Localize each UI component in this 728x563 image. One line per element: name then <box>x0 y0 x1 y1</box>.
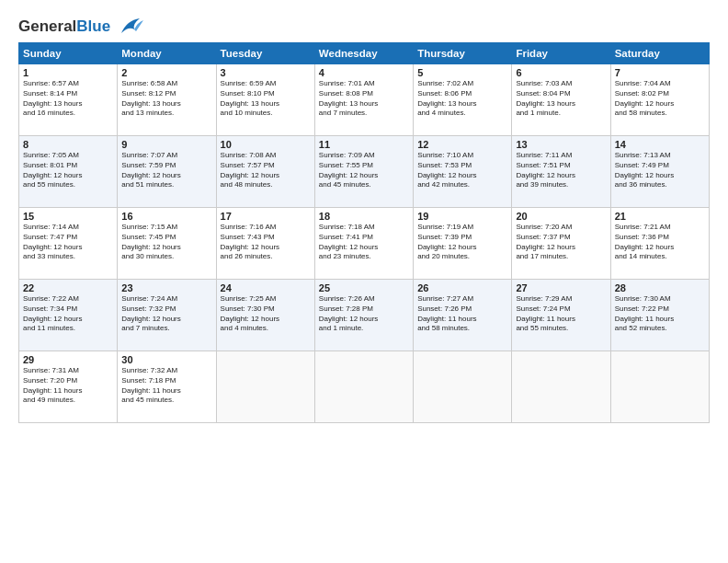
day-info: Sunrise: 7:29 AM Sunset: 7:24 PM Dayligh… <box>516 294 606 334</box>
calendar-cell: 1Sunrise: 6:57 AM Sunset: 8:14 PM Daylig… <box>19 64 118 136</box>
day-info: Sunrise: 7:10 AM Sunset: 7:53 PM Dayligh… <box>417 151 507 190</box>
calendar-cell <box>512 351 610 423</box>
day-number: 6 <box>516 67 606 78</box>
day-info: Sunrise: 7:07 AM Sunset: 7:59 PM Dayligh… <box>121 151 211 190</box>
calendar-cell <box>414 351 512 423</box>
calendar-cell <box>216 351 314 423</box>
day-number: 3 <box>221 67 311 78</box>
day-number: 14 <box>615 139 705 150</box>
calendar-cell: 5Sunrise: 7:02 AM Sunset: 8:06 PM Daylig… <box>414 64 512 136</box>
logo-bird-icon <box>114 17 143 37</box>
day-number: 12 <box>417 139 507 150</box>
day-info: Sunrise: 7:08 AM Sunset: 7:57 PM Dayligh… <box>221 151 311 190</box>
day-info: Sunrise: 7:30 AM Sunset: 7:22 PM Dayligh… <box>615 294 705 334</box>
logo: GeneralBlue <box>18 17 143 37</box>
calendar-cell: 29Sunrise: 7:31 AM Sunset: 7:20 PM Dayli… <box>19 351 118 423</box>
calendar-cell: 28Sunrise: 7:30 AM Sunset: 7:22 PM Dayli… <box>610 280 709 351</box>
calendar-cell: 17Sunrise: 7:16 AM Sunset: 7:43 PM Dayli… <box>216 208 314 280</box>
calendar-cell: 16Sunrise: 7:15 AM Sunset: 7:45 PM Dayli… <box>118 208 216 280</box>
day-info: Sunrise: 7:15 AM Sunset: 7:45 PM Dayligh… <box>121 223 211 262</box>
calendar-cell: 25Sunrise: 7:26 AM Sunset: 7:28 PM Dayli… <box>314 280 413 351</box>
calendar-cell: 18Sunrise: 7:18 AM Sunset: 7:41 PM Dayli… <box>314 208 413 280</box>
day-info: Sunrise: 7:16 AM Sunset: 7:43 PM Dayligh… <box>221 223 311 262</box>
calendar-cell: 24Sunrise: 7:25 AM Sunset: 7:30 PM Dayli… <box>216 280 314 351</box>
day-number: 19 <box>417 211 507 222</box>
weekday-header-monday: Monday <box>118 43 216 64</box>
calendar-cell: 8Sunrise: 7:05 AM Sunset: 8:01 PM Daylig… <box>19 136 118 208</box>
calendar-cell: 13Sunrise: 7:11 AM Sunset: 7:51 PM Dayli… <box>512 136 610 208</box>
calendar-cell: 7Sunrise: 7:04 AM Sunset: 8:02 PM Daylig… <box>610 64 709 136</box>
day-info: Sunrise: 7:01 AM Sunset: 8:08 PM Dayligh… <box>319 79 409 119</box>
calendar-table: SundayMondayTuesdayWednesdayThursdayFrid… <box>18 42 710 423</box>
day-number: 18 <box>319 211 409 222</box>
day-number: 16 <box>121 211 211 222</box>
day-info: Sunrise: 7:20 AM Sunset: 7:37 PM Dayligh… <box>516 223 606 262</box>
day-number: 8 <box>23 139 113 150</box>
day-info: Sunrise: 7:09 AM Sunset: 7:55 PM Dayligh… <box>319 151 409 190</box>
calendar-page: GeneralBlue SundayMondayTuesdayWednesday… <box>0 0 728 563</box>
day-number: 7 <box>615 67 705 78</box>
day-info: Sunrise: 7:22 AM Sunset: 7:34 PM Dayligh… <box>23 294 113 334</box>
day-info: Sunrise: 7:05 AM Sunset: 8:01 PM Dayligh… <box>23 151 113 190</box>
day-info: Sunrise: 7:24 AM Sunset: 7:32 PM Dayligh… <box>121 294 211 334</box>
calendar-cell: 19Sunrise: 7:19 AM Sunset: 7:39 PM Dayli… <box>414 208 512 280</box>
day-number: 2 <box>121 67 211 78</box>
day-info: Sunrise: 7:19 AM Sunset: 7:39 PM Dayligh… <box>417 223 507 262</box>
day-number: 22 <box>23 282 113 293</box>
calendar-cell: 27Sunrise: 7:29 AM Sunset: 7:24 PM Dayli… <box>512 280 610 351</box>
calendar-cell: 12Sunrise: 7:10 AM Sunset: 7:53 PM Dayli… <box>414 136 512 208</box>
day-number: 20 <box>516 211 606 222</box>
calendar-cell: 4Sunrise: 7:01 AM Sunset: 8:08 PM Daylig… <box>314 64 413 136</box>
calendar-cell: 23Sunrise: 7:24 AM Sunset: 7:32 PM Dayli… <box>118 280 216 351</box>
calendar-cell: 6Sunrise: 7:03 AM Sunset: 8:04 PM Daylig… <box>512 64 610 136</box>
day-info: Sunrise: 7:27 AM Sunset: 7:26 PM Dayligh… <box>417 294 507 334</box>
day-info: Sunrise: 6:57 AM Sunset: 8:14 PM Dayligh… <box>23 79 113 119</box>
day-info: Sunrise: 6:59 AM Sunset: 8:10 PM Dayligh… <box>221 79 311 119</box>
calendar-cell <box>314 351 413 423</box>
calendar-cell: 9Sunrise: 7:07 AM Sunset: 7:59 PM Daylig… <box>118 136 216 208</box>
calendar-week-5: 29Sunrise: 7:31 AM Sunset: 7:20 PM Dayli… <box>19 351 710 423</box>
calendar-cell <box>610 351 709 423</box>
day-number: 29 <box>23 354 113 365</box>
calendar-cell: 20Sunrise: 7:20 AM Sunset: 7:37 PM Dayli… <box>512 208 610 280</box>
day-info: Sunrise: 7:31 AM Sunset: 7:20 PM Dayligh… <box>23 366 113 406</box>
day-info: Sunrise: 7:21 AM Sunset: 7:36 PM Dayligh… <box>615 223 705 262</box>
calendar-week-1: 1Sunrise: 6:57 AM Sunset: 8:14 PM Daylig… <box>19 64 710 136</box>
day-info: Sunrise: 7:32 AM Sunset: 7:18 PM Dayligh… <box>121 366 211 406</box>
calendar-cell: 21Sunrise: 7:21 AM Sunset: 7:36 PM Dayli… <box>610 208 709 280</box>
day-info: Sunrise: 7:14 AM Sunset: 7:47 PM Dayligh… <box>23 223 113 262</box>
calendar-cell: 15Sunrise: 7:14 AM Sunset: 7:47 PM Dayli… <box>19 208 118 280</box>
day-number: 1 <box>23 67 113 78</box>
weekday-header-friday: Friday <box>512 43 610 64</box>
weekday-header-thursday: Thursday <box>414 43 512 64</box>
day-info: Sunrise: 6:58 AM Sunset: 8:12 PM Dayligh… <box>121 79 211 119</box>
calendar-cell: 22Sunrise: 7:22 AM Sunset: 7:34 PM Dayli… <box>19 280 118 351</box>
day-number: 28 <box>615 282 705 293</box>
day-number: 11 <box>319 139 409 150</box>
calendar-week-3: 15Sunrise: 7:14 AM Sunset: 7:47 PM Dayli… <box>19 208 710 280</box>
day-number: 30 <box>121 354 211 365</box>
day-number: 17 <box>221 211 311 222</box>
day-info: Sunrise: 7:13 AM Sunset: 7:49 PM Dayligh… <box>615 151 705 190</box>
calendar-cell: 14Sunrise: 7:13 AM Sunset: 7:49 PM Dayli… <box>610 136 709 208</box>
day-info: Sunrise: 7:18 AM Sunset: 7:41 PM Dayligh… <box>319 223 409 262</box>
day-info: Sunrise: 7:03 AM Sunset: 8:04 PM Dayligh… <box>516 79 606 119</box>
day-info: Sunrise: 7:11 AM Sunset: 7:51 PM Dayligh… <box>516 151 606 190</box>
day-number: 5 <box>417 67 507 78</box>
day-number: 27 <box>516 282 606 293</box>
calendar-cell: 30Sunrise: 7:32 AM Sunset: 7:18 PM Dayli… <box>118 351 216 423</box>
weekday-header-wednesday: Wednesday <box>314 43 413 64</box>
calendar-cell: 26Sunrise: 7:27 AM Sunset: 7:26 PM Dayli… <box>414 280 512 351</box>
weekday-header-row: SundayMondayTuesdayWednesdayThursdayFrid… <box>19 43 710 64</box>
day-info: Sunrise: 7:02 AM Sunset: 8:06 PM Dayligh… <box>417 79 507 119</box>
calendar-week-2: 8Sunrise: 7:05 AM Sunset: 8:01 PM Daylig… <box>19 136 710 208</box>
day-info: Sunrise: 7:26 AM Sunset: 7:28 PM Dayligh… <box>319 294 409 334</box>
day-number: 9 <box>121 139 211 150</box>
day-number: 26 <box>417 282 507 293</box>
day-number: 25 <box>319 282 409 293</box>
day-number: 10 <box>221 139 311 150</box>
day-number: 24 <box>221 282 311 293</box>
calendar-cell: 2Sunrise: 6:58 AM Sunset: 8:12 PM Daylig… <box>118 64 216 136</box>
calendar-cell: 11Sunrise: 7:09 AM Sunset: 7:55 PM Dayli… <box>314 136 413 208</box>
day-number: 4 <box>319 67 409 78</box>
